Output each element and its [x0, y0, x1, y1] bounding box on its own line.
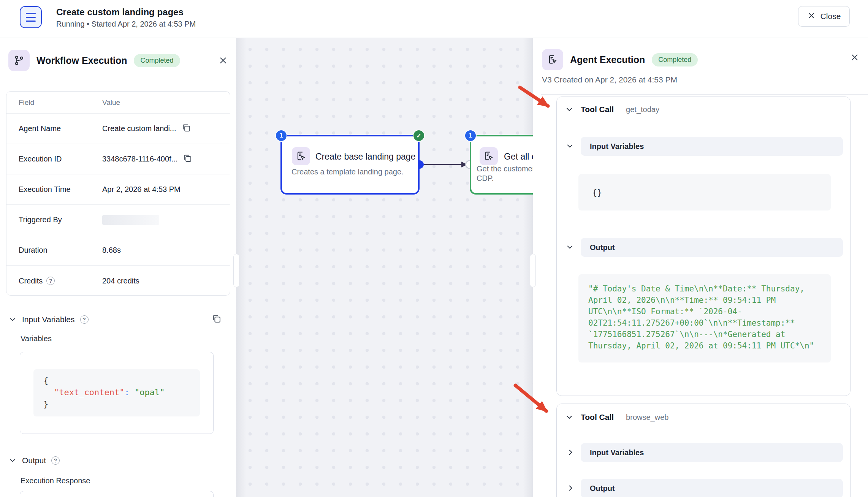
- json-brace: {: [43, 376, 48, 385]
- field-value: Apr 2, 2026 at 4:53 PM: [102, 185, 181, 194]
- run-status-line: Running • Started Apr 2, 2026 at 4:53 PM: [56, 20, 196, 28]
- status-badge: Completed: [652, 53, 698, 66]
- copy-icon[interactable]: [183, 154, 192, 165]
- workflow-canvas[interactable]: Create base landing page Creates a templ…: [236, 38, 533, 497]
- tool-output-text: "# Today's Date & Time\n\n**Date:** Thur…: [578, 274, 831, 362]
- tool-input-json: {}: [578, 174, 831, 211]
- app-window: Create base landing page Creates a templ…: [0, 0, 868, 497]
- output-section-label[interactable]: Output: [22, 456, 46, 465]
- table-row-agent-name: Agent Name Create custom landi...: [6, 114, 230, 144]
- close-icon: [807, 11, 816, 22]
- help-icon[interactable]: ?: [80, 315, 89, 324]
- output-collapsible[interactable]: Output: [581, 479, 843, 497]
- table-row-execution-time: Execution Time Apr 2, 2026 at 4:53 PM: [6, 174, 230, 205]
- value-column-header: Value: [102, 98, 230, 107]
- redacted-value: [102, 215, 159, 225]
- tool-call-label[interactable]: Tool Call: [581, 105, 614, 114]
- agent-step-icon: [292, 147, 310, 165]
- chevron-right-icon[interactable]: [566, 484, 575, 494]
- agent-icon: [542, 49, 563, 70]
- input-variables-section-label[interactable]: Input Variables: [22, 315, 75, 324]
- field-value: 8.68s: [102, 246, 121, 255]
- field-label: Execution ID: [6, 155, 102, 163]
- field-label: Duration: [6, 246, 102, 255]
- page-title: Create custom landing pages: [56, 7, 184, 17]
- node-connector-edge: [236, 38, 533, 497]
- output-label: Output: [590, 484, 615, 493]
- execution-response-label: Execution Response: [21, 476, 90, 485]
- node-get-all-customers[interactable]: Get all cu Get the customer CDP.: [470, 135, 533, 195]
- table-row-credits: Credits ? 204 credits: [6, 266, 230, 296]
- help-icon[interactable]: ?: [51, 456, 60, 465]
- agent-step-icon: [480, 147, 498, 165]
- input-variables-label: Input Variables: [590, 142, 644, 151]
- tool-call-name: get_today: [626, 105, 659, 114]
- table-row-duration: Duration 8.68s: [6, 235, 230, 266]
- divider: [7, 83, 230, 83]
- field-label: Credits: [19, 277, 43, 285]
- table-row-triggered-by: Triggered By: [6, 205, 230, 235]
- node-title: Create base landing page: [315, 152, 415, 162]
- node-description-line2: CDP.: [477, 174, 494, 183]
- input-variables-label: Input Variables: [590, 448, 644, 457]
- chevron-down-icon[interactable]: [8, 315, 17, 324]
- variables-label: Variables: [21, 334, 52, 343]
- chevron-down-icon[interactable]: [565, 105, 574, 114]
- node-order-badge: 1: [464, 130, 477, 142]
- table-row-execution-id: Execution ID 3348c678-1116-400f...: [6, 144, 230, 174]
- json-brace: }: [43, 399, 48, 409]
- copy-icon[interactable]: [182, 123, 191, 134]
- field-label: Execution Time: [6, 185, 102, 194]
- table-header-row: Field Value: [6, 92, 230, 114]
- field-value: 204 credits: [102, 277, 139, 285]
- panel-title: Agent Execution: [570, 54, 645, 65]
- execution-details-table: Field Value Agent Name Create custom lan…: [6, 91, 230, 296]
- version-created-line: V3 Created on Apr 2, 2026 at 4:53 PM: [542, 75, 677, 84]
- chevron-down-icon[interactable]: [8, 456, 17, 465]
- chevron-right-icon[interactable]: [566, 448, 575, 458]
- tool-call-name: browse_web: [626, 413, 668, 422]
- output-label: Output: [590, 243, 615, 252]
- field-value: 3348c678-1116-400f...: [102, 155, 177, 163]
- copy-icon[interactable]: [212, 314, 221, 325]
- hamburger-menu-button[interactable]: [20, 6, 42, 28]
- panel-close-icon[interactable]: [850, 52, 860, 62]
- chevron-down-icon[interactable]: [565, 243, 574, 253]
- input-variables-collapsible[interactable]: Input Variables: [581, 137, 843, 156]
- divider: [541, 94, 868, 95]
- status-badge: Completed: [134, 54, 180, 67]
- json-value: "opal": [135, 388, 165, 397]
- field-label: Triggered By: [6, 215, 102, 224]
- workflow-icon: [8, 50, 30, 71]
- output-collapsible[interactable]: Output: [581, 238, 843, 257]
- execution-response-box: [20, 491, 214, 497]
- node-create-base-landing-page[interactable]: Create base landing page Creates a templ…: [280, 135, 420, 195]
- node-description-line1: Get the customer: [477, 165, 533, 173]
- json-colon: :: [124, 388, 129, 397]
- field-column-header: Field: [6, 98, 102, 107]
- node-description: Creates a template landing page.: [291, 168, 404, 176]
- panel-close-icon[interactable]: [218, 55, 228, 65]
- help-icon[interactable]: ?: [46, 277, 55, 285]
- tool-call-label[interactable]: Tool Call: [581, 413, 614, 422]
- input-variables-collapsible[interactable]: Input Variables: [581, 443, 843, 462]
- json-key: "text_content": [54, 388, 124, 397]
- node-success-check-icon: ✓: [413, 130, 425, 142]
- right-panel-resize-handle[interactable]: [530, 254, 536, 287]
- chevron-down-icon[interactable]: [565, 413, 574, 422]
- panel-title: Workflow Execution: [36, 55, 127, 66]
- node-order-badge: 1: [275, 130, 287, 142]
- chevron-down-icon[interactable]: [565, 142, 574, 152]
- app-header-bar: [0, 0, 868, 38]
- close-button-label: Close: [820, 12, 841, 21]
- node-title: Get all cu: [504, 152, 533, 162]
- field-value: Create custom landi...: [102, 124, 176, 133]
- close-button[interactable]: Close: [798, 6, 850, 27]
- field-label: Agent Name: [6, 124, 102, 133]
- left-panel-resize-handle[interactable]: [233, 254, 239, 287]
- input-variables-json: { "text_content": "opal" }: [33, 369, 200, 416]
